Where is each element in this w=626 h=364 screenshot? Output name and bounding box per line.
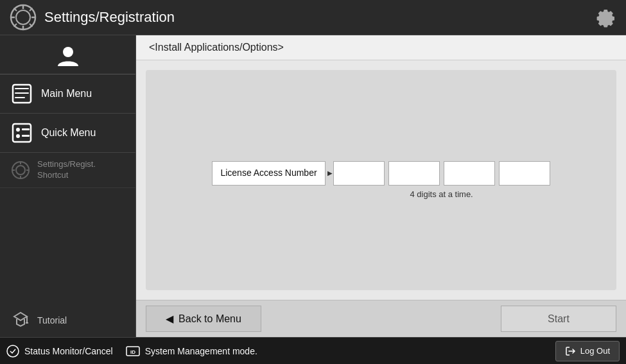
license-input-1[interactable] — [333, 161, 385, 186]
license-form: License Access Number 4 digits at a time… — [212, 161, 550, 199]
sidebar-item-settings-shortcut[interactable]: Settings/Regist.Shortcut — [0, 153, 135, 188]
license-input-4[interactable] — [499, 161, 550, 186]
license-panel: License Access Number 4 digits at a time… — [146, 70, 616, 290]
svg-point-18 — [16, 166, 25, 175]
status-bar: Status Monitor/Cancel ID System Manageme… — [0, 337, 626, 364]
svg-rect-16 — [22, 135, 30, 137]
logout-label: Log Out — [580, 346, 610, 356]
logout-button[interactable]: Log Out — [555, 341, 620, 361]
status-monitor-area[interactable]: Status Monitor/Cancel — [6, 345, 113, 358]
status-monitor-icon — [6, 345, 19, 358]
quick-menu-icon — [10, 121, 33, 144]
user-icon-area — [0, 35, 135, 74]
svg-point-1 — [16, 10, 30, 24]
tutorial-label: Tutorial — [37, 315, 67, 325]
home-icon — [10, 82, 33, 105]
back-arrow-icon: ◀ — [166, 313, 173, 325]
svg-text:ID: ID — [130, 349, 135, 355]
svg-point-10 — [63, 47, 73, 57]
license-input-2[interactable] — [388, 161, 440, 186]
logout-area: Log Out — [555, 341, 620, 361]
management-mode-area: ID System Management mode. — [113, 346, 555, 356]
svg-point-13 — [16, 128, 20, 132]
app-header: Settings/Registration — [0, 0, 626, 35]
settings-shortcut-icon — [10, 160, 31, 180]
sidebar: Main Menu Quick Menu — [0, 35, 136, 337]
sidebar-item-quick-menu[interactable]: Quick Menu — [0, 114, 135, 153]
main-menu-label: Main Menu — [41, 88, 92, 100]
svg-rect-12 — [13, 124, 31, 142]
quick-menu-label: Quick Menu — [41, 127, 96, 139]
tutorial-icon — [10, 310, 31, 331]
logout-icon — [565, 345, 577, 357]
start-button[interactable]: Start — [501, 306, 616, 332]
header-title: Settings/Registration — [44, 9, 593, 26]
svg-point-25 — [7, 345, 19, 357]
section-title: <Install Applications/Options> — [149, 42, 284, 53]
license-label: License Access Number — [212, 161, 325, 186]
main-layout: Main Menu Quick Menu — [0, 35, 626, 337]
management-mode-label: System Management mode. — [145, 346, 257, 356]
svg-point-14 — [16, 134, 20, 138]
license-inputs — [333, 161, 550, 186]
sidebar-item-tutorial[interactable]: Tutorial — [0, 304, 135, 337]
content-header: <Install Applications/Options> — [136, 35, 626, 60]
back-to-menu-label: Back to Menu — [178, 313, 241, 325]
gear-icon[interactable] — [593, 6, 616, 29]
settings-shortcut-label: Settings/Regist.Shortcut — [37, 159, 96, 181]
content-area: <Install Applications/Options> License A… — [136, 35, 626, 337]
settings-registration-icon — [10, 4, 37, 31]
start-label: Start — [548, 313, 569, 324]
license-input-3[interactable] — [444, 161, 495, 186]
content-footer: ◀ Back to Menu Start — [136, 300, 626, 337]
status-monitor-label: Status Monitor/Cancel — [24, 346, 113, 356]
content-body: License Access Number 4 digits at a time… — [136, 60, 626, 300]
svg-rect-15 — [22, 128, 30, 130]
license-hint: 4 digits at a time. — [333, 189, 550, 199]
license-inputs-wrapper: 4 digits at a time. — [333, 161, 550, 199]
id-icon: ID — [126, 346, 140, 356]
sidebar-item-main-menu[interactable]: Main Menu — [0, 74, 135, 114]
back-to-menu-button[interactable]: ◀ Back to Menu — [146, 306, 261, 332]
